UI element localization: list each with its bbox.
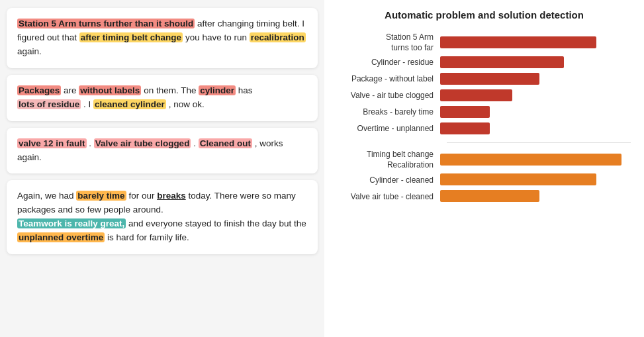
text-b3: has bbox=[238, 85, 253, 95]
highlight-cleaned-cylinder: cleaned cylinder bbox=[93, 99, 166, 109]
bar-package bbox=[440, 73, 539, 85]
bar-container-breaks bbox=[440, 106, 631, 119]
text-b1: are bbox=[64, 85, 79, 95]
bar-row-package: Package - without label bbox=[338, 73, 631, 86]
bar-valve bbox=[440, 89, 512, 101]
highlight-station-arm: Station 5 Arm turns further than it shou… bbox=[17, 19, 195, 28]
bar-label-overtime: Overtime - unplanned bbox=[338, 124, 440, 134]
bar-station bbox=[440, 36, 596, 48]
bar-label-cylinder: Cylinder - residue bbox=[338, 58, 440, 68]
text-d2: for our bbox=[128, 191, 157, 201]
highlight-timing-belt: after timing belt change bbox=[79, 32, 183, 42]
card-2: Packages are without labels on them. The… bbox=[7, 75, 318, 121]
bar-cylinder-cleaned bbox=[440, 173, 596, 185]
text-d4: and everyone stayed to finish the day bu… bbox=[128, 218, 306, 228]
highlight-residue: lots of residue bbox=[17, 99, 81, 109]
right-panel: Automatic problem and solution detection… bbox=[324, 0, 644, 337]
highlight-recalibration: recalibration bbox=[250, 32, 306, 42]
highlight-cleaned-out: Cleaned out bbox=[199, 138, 252, 148]
highlight-breaks: breaks bbox=[157, 191, 186, 201]
bar-label-cylinder-cleaned: Cylinder - cleaned bbox=[338, 175, 440, 186]
text-b2: on them. The bbox=[144, 85, 199, 95]
text-d1: Again, we had bbox=[17, 191, 76, 201]
bar-container-valve-cleaned bbox=[440, 190, 631, 203]
bar-row-timing: Timing belt changeRecalibration bbox=[338, 150, 631, 170]
bar-label-valve-cleaned: Valve air tube - cleaned bbox=[338, 192, 440, 203]
problem-section: Station 5 Armturns too far Cylinder - re… bbox=[338, 32, 631, 136]
bar-container-valve bbox=[440, 89, 631, 103]
highlight-air-tube: Valve air tube clogged bbox=[94, 138, 191, 148]
text-b5: , now ok. bbox=[169, 99, 205, 109]
bar-container-cylinder-cleaned bbox=[440, 173, 631, 187]
bar-container-overtime bbox=[440, 122, 631, 136]
text-d5: is hard for family life. bbox=[107, 232, 189, 242]
card-1: Station 5 Arm turns further than it shou… bbox=[7, 8, 318, 68]
bar-label-timing: Timing belt changeRecalibration bbox=[338, 150, 440, 170]
bar-container-timing bbox=[440, 154, 631, 167]
bar-row-valve: Valve - air tube clogged bbox=[338, 89, 631, 103]
bar-label-breaks: Breaks - barely time bbox=[338, 107, 440, 118]
bar-row-overtime: Overtime - unplanned bbox=[338, 122, 631, 136]
bar-label-valve: Valve - air tube clogged bbox=[338, 91, 440, 101]
text-after3: again. bbox=[17, 46, 42, 56]
left-panel: Station 5 Arm turns further than it shou… bbox=[0, 0, 324, 337]
bar-label-station: Station 5 Armturns too far bbox=[338, 32, 440, 53]
highlight-barely-time: barely time bbox=[76, 191, 126, 201]
solution-section: Timing belt changeRecalibration Cylinder… bbox=[338, 150, 631, 203]
bar-cylinder bbox=[440, 56, 564, 68]
highlight-valve-fault: valve 12 in fault bbox=[17, 138, 87, 148]
bar-container-station bbox=[440, 36, 631, 50]
chart-title: Automatic problem and solution detection bbox=[338, 9, 631, 21]
text-c2: . bbox=[193, 138, 199, 148]
bar-container-package bbox=[440, 73, 631, 86]
highlight-without-labels: without labels bbox=[79, 85, 141, 95]
text-c1: . bbox=[89, 138, 94, 148]
text-after2: you have to run bbox=[185, 32, 250, 42]
bar-row-station: Station 5 Armturns too far bbox=[338, 32, 631, 53]
bar-breaks bbox=[440, 106, 490, 118]
highlight-teamwork: Teamwork is really great, bbox=[17, 218, 126, 228]
bar-row-valve-cleaned: Valve air tube - cleaned bbox=[338, 190, 631, 203]
card-4: Again, we had barely time for our breaks… bbox=[7, 180, 318, 254]
bar-row-cylinder-cleaned: Cylinder - cleaned bbox=[338, 173, 631, 187]
bar-row-cylinder: Cylinder - residue bbox=[338, 56, 631, 70]
card-3: valve 12 in fault . Valve air tube clogg… bbox=[7, 128, 318, 174]
bar-timing bbox=[440, 154, 621, 166]
bar-row-breaks: Breaks - barely time bbox=[338, 106, 631, 119]
highlight-overtime: unplanned overtime bbox=[17, 232, 105, 242]
bar-valve-cleaned bbox=[440, 190, 539, 202]
section-divider bbox=[447, 142, 631, 143]
bar-container-cylinder bbox=[440, 56, 631, 70]
highlight-cylinder: cylinder bbox=[199, 85, 236, 95]
highlight-packages: Packages bbox=[17, 85, 61, 95]
text-b4: . I bbox=[83, 99, 93, 109]
bar-label-package: Package - without label bbox=[338, 74, 440, 85]
bar-overtime bbox=[440, 122, 490, 134]
